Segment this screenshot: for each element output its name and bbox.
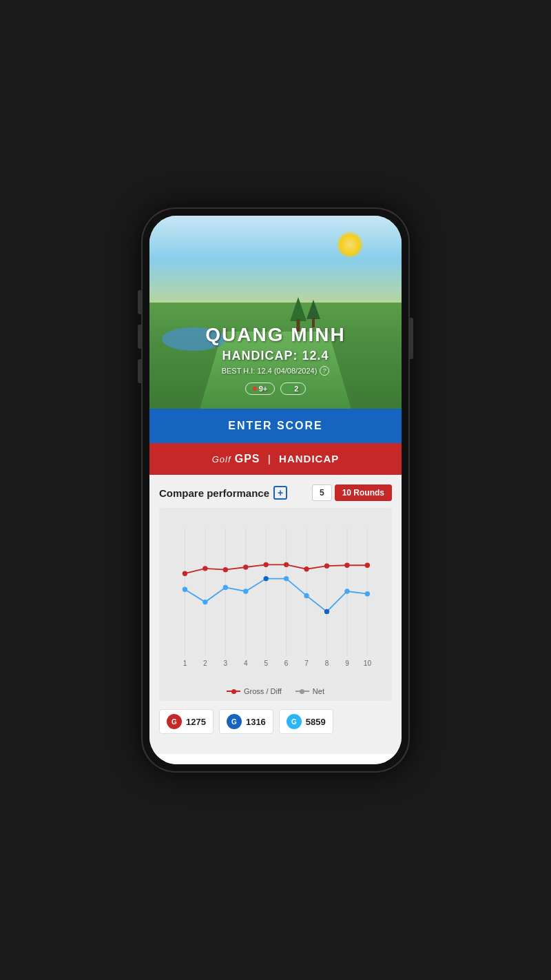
svg-point-24 (264, 562, 269, 567)
gps-divider: | (268, 453, 271, 465)
stat-card-2[interactable]: G 5859 (279, 709, 333, 734)
svg-point-22 (223, 567, 228, 572)
chart-container: 1 2 3 4 5 6 7 8 9 10 (159, 508, 392, 701)
badge-9plus-label: 9+ (259, 385, 268, 393)
svg-point-31 (202, 600, 207, 604)
hero-content: QUANG MINH HANDICAP: 12.4 BEST H.I: 12.4… (205, 324, 346, 395)
performance-chart: 1 2 3 4 5 6 7 8 9 10 (165, 516, 386, 682)
add-compare-button[interactable]: + (273, 486, 287, 500)
svg-point-38 (344, 589, 349, 593)
svg-point-37 (324, 609, 329, 614)
svg-point-29 (365, 563, 370, 568)
chart-area: 1 2 3 4 5 6 7 8 9 10 (165, 516, 386, 682)
svg-point-21 (202, 566, 207, 571)
hero-sky (149, 216, 402, 303)
stat-value-1: 1316 (246, 717, 266, 727)
svg-text:7: 7 (304, 660, 309, 667)
svg-point-32 (223, 585, 228, 590)
svg-point-35 (284, 576, 289, 581)
svg-point-36 (304, 593, 309, 598)
location-icon (317, 764, 335, 764)
svg-text:10: 10 (364, 660, 372, 667)
svg-point-25 (284, 562, 289, 567)
svg-text:4: 4 (244, 660, 248, 667)
svg-text:9: 9 (345, 660, 349, 667)
svg-text:5: 5 (264, 660, 268, 667)
svg-text:1: 1 (183, 660, 187, 667)
rounds-selector: 5 10 Rounds (312, 484, 392, 501)
svg-text:3: 3 (224, 660, 228, 667)
svg-point-27 (324, 563, 329, 568)
profile-icon (216, 764, 234, 764)
rounds-5-button[interactable]: 5 (312, 484, 332, 501)
badge-2-label: 2 (294, 385, 298, 393)
svg-text:2: 2 (203, 660, 207, 667)
svg-point-20 (183, 571, 187, 576)
svg-point-33 (243, 589, 248, 593)
main-content: Compare performance + 5 10 Rounds (149, 475, 402, 753)
handicap-display: HANDICAP: 12.4 (205, 349, 346, 363)
badge-dot-green (288, 387, 292, 391)
enter-score-button[interactable]: ENTER SCORE (149, 409, 402, 443)
legend-line-gray (295, 691, 309, 692)
home-icon (166, 764, 184, 764)
badge-row: 9+ 2 (205, 382, 346, 395)
chart-legend: Gross / Diff Net (165, 687, 386, 695)
stat-card-0[interactable]: G 1275 (159, 709, 214, 734)
legend-net: Net (295, 687, 324, 695)
stats-row: G 1275 G 1316 G 5859 (159, 709, 392, 734)
svg-point-28 (344, 563, 349, 568)
legend-line-red (227, 691, 240, 692)
legend-gross-label: Gross / Diff (244, 687, 282, 695)
svg-text:8: 8 (325, 660, 329, 667)
legend-net-label: Net (313, 687, 324, 695)
stat-card-1[interactable]: G 1316 (219, 709, 273, 734)
rounds-10-button[interactable]: 10 Rounds (335, 484, 392, 501)
nav-item-location[interactable] (309, 761, 343, 764)
gps-suffix: HANDICAP (279, 453, 339, 465)
legend-gross: Gross / Diff (227, 687, 282, 695)
stat-value-2: 5859 (306, 717, 326, 727)
legend-dot-red (231, 689, 236, 694)
stat-icon-2: G (287, 714, 302, 729)
stat-value-0: 1275 (186, 717, 206, 727)
svg-point-26 (304, 566, 309, 571)
badge-2: 2 (280, 382, 306, 395)
nav-item-apps[interactable] (359, 761, 393, 764)
help-icon[interactable]: ? (320, 366, 329, 376)
svg-point-34 (264, 576, 269, 581)
apps-icon (367, 764, 385, 764)
stat-icon-1: G (227, 714, 242, 729)
svg-point-23 (243, 564, 248, 569)
nav-item-home[interactable] (158, 761, 192, 764)
gps-main: GPS (235, 453, 260, 465)
scroll-area[interactable]: QUANG MINH HANDICAP: 12.4 BEST H.I: 12.4… (149, 216, 402, 764)
stat-icon-0: G (167, 714, 182, 729)
phone-frame: QUANG MINH HANDICAP: 12.4 BEST H.I: 12.4… (141, 207, 410, 773)
group-icon (267, 764, 284, 764)
player-name: QUANG MINH (205, 324, 346, 346)
legend-dot-gray (300, 689, 304, 694)
badge-dot-red (253, 387, 257, 391)
hero-section: QUANG MINH HANDICAP: 12.4 BEST H.I: 12.4… (149, 216, 402, 409)
compare-title-group: Compare performance + (159, 486, 287, 500)
nav-item-group[interactable] (258, 761, 293, 764)
nav-item-profile[interactable] (208, 761, 242, 764)
compare-header: Compare performance + 5 10 Rounds (159, 484, 392, 501)
phone-screen: QUANG MINH HANDICAP: 12.4 BEST H.I: 12.4… (149, 216, 402, 764)
compare-title-text: Compare performance (159, 487, 269, 499)
svg-point-39 (365, 591, 370, 596)
svg-text:6: 6 (284, 660, 289, 667)
bottom-nav (149, 753, 402, 764)
gps-handicap-button[interactable]: Golf GPS | HANDICAP (149, 443, 402, 475)
badge-9plus: 9+ (245, 382, 276, 395)
gps-prefix: Golf (212, 454, 231, 465)
svg-point-30 (183, 587, 187, 592)
best-hi-display: BEST H.I: 12.4 (04/08/2024) ? (205, 366, 346, 376)
